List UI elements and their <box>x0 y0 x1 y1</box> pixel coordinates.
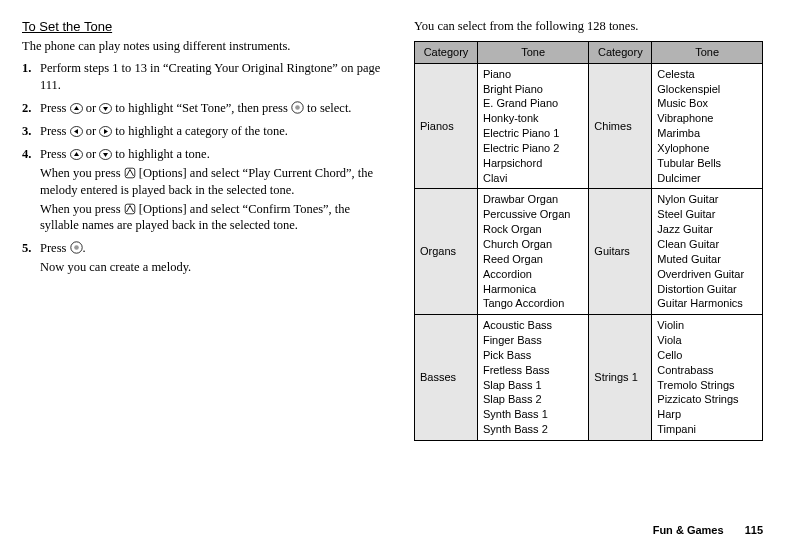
tone-list: Drawbar OrganPercussive OrganRock OrganC… <box>483 192 583 311</box>
table-row: Organs Drawbar OrganPercussive OrganRock… <box>415 189 763 315</box>
list-item: Harmonica <box>483 282 583 297</box>
list-item: Violin <box>657 318 757 333</box>
col-header-category: Category <box>415 41 478 63</box>
list-item: Vibraphone <box>657 111 757 126</box>
list-item: Marimba <box>657 126 757 141</box>
text-frag: When you press <box>40 202 124 216</box>
list-item: Muted Guitar <box>657 252 757 267</box>
list-item: Tango Accordion <box>483 296 583 311</box>
list-item: Drawbar Organ <box>483 192 583 207</box>
softkey-icon <box>124 203 136 215</box>
list-item: Celesta <box>657 67 757 82</box>
table-header-row: Category Tone Category Tone <box>415 41 763 63</box>
tone-cell: Nylon GuitarSteel GuitarJazz GuitarClean… <box>652 189 763 315</box>
step-2: 2. Press or to highlight “Set Tone”, the… <box>22 100 392 117</box>
footer-page: 115 <box>745 524 763 536</box>
list-item: Tubular Bells <box>657 156 757 171</box>
step-4: 4. Press or to highlight a tone. When yo… <box>22 146 392 234</box>
step-5: 5. Press . Now you can create a melody. <box>22 240 392 276</box>
step-number: 1. <box>22 60 40 94</box>
right-column: You can select from the following 128 to… <box>414 18 763 441</box>
tone-list: Nylon GuitarSteel GuitarJazz GuitarClean… <box>657 192 757 311</box>
list-item: Harp <box>657 407 757 422</box>
category-cell: Guitars <box>589 189 652 315</box>
list-item: Percussive Organ <box>483 207 583 222</box>
list-item: Slap Bass 1 <box>483 378 583 393</box>
list-item: Harpsichord <box>483 156 583 171</box>
step-number: 3. <box>22 123 40 140</box>
tone-cell: Acoustic BassFinger BassPick BassFretles… <box>477 315 588 441</box>
list-item: Steel Guitar <box>657 207 757 222</box>
list-item: Church Organ <box>483 237 583 252</box>
right-intro: You can select from the following 128 to… <box>414 18 763 35</box>
list-item: Bright Piano <box>483 82 583 97</box>
left-column: To Set the Tone The phone can play notes… <box>22 18 392 441</box>
tone-cell: Drawbar OrganPercussive OrganRock OrganC… <box>477 189 588 315</box>
list-item: Electric Piano 1 <box>483 126 583 141</box>
list-item: Music Box <box>657 96 757 111</box>
text-frag: to highlight a tone. <box>112 147 210 161</box>
list-item: Nylon Guitar <box>657 192 757 207</box>
list-item: Clavi <box>483 171 583 186</box>
tone-cell: CelestaGlockenspielMusic BoxVibraphoneMa… <box>652 63 763 189</box>
tone-cell: PianoBright PianoE. Grand PianoHonky-ton… <box>477 63 588 189</box>
list-item: Jazz Guitar <box>657 222 757 237</box>
step-number: 5. <box>22 240 40 276</box>
step-text: Perform steps 1 to 13 in “Creating Your … <box>40 60 392 94</box>
list-item: Acoustic Bass <box>483 318 583 333</box>
page-footer: Fun & Games 115 <box>653 523 763 538</box>
list-item: Fretless Bass <box>483 363 583 378</box>
list-item: Viola <box>657 333 757 348</box>
list-item: Tremolo Strings <box>657 378 757 393</box>
category-cell: Organs <box>415 189 478 315</box>
step-text: Press or to highlight “Set Tone”, then p… <box>40 100 392 117</box>
tone-list: ViolinViolaCelloContrabassTremolo String… <box>657 318 757 437</box>
svg-point-11 <box>74 245 79 250</box>
text-frag: Press <box>40 241 70 255</box>
list-item: Guitar Harmonics <box>657 296 757 311</box>
section-title: To Set the Tone <box>22 18 392 36</box>
step-text: Press . Now you can create a melody. <box>40 240 392 276</box>
category-cell: Basses <box>415 315 478 441</box>
list-item: Piano <box>483 67 583 82</box>
list-item: Accordion <box>483 267 583 282</box>
list-item: Xylophone <box>657 141 757 156</box>
list-item: Clean Guitar <box>657 237 757 252</box>
list-item: Finger Bass <box>483 333 583 348</box>
list-item: Contrabass <box>657 363 757 378</box>
list-item: Timpani <box>657 422 757 437</box>
text-frag: Press <box>40 147 70 161</box>
text-frag: When you press <box>40 166 124 180</box>
center-key-icon <box>291 101 304 114</box>
table-row: Pianos PianoBright PianoE. Grand PianoHo… <box>415 63 763 189</box>
down-key-icon <box>99 149 112 160</box>
left-key-icon <box>70 126 83 137</box>
category-cell: Chimes <box>589 63 652 189</box>
step-subtext: When you press [Options] and select “Con… <box>40 201 392 235</box>
intro-text: The phone can play notes using different… <box>22 38 392 55</box>
down-key-icon <box>99 103 112 114</box>
footer-section: Fun & Games <box>653 524 724 536</box>
text-frag: or <box>83 124 100 138</box>
list-item: Pick Bass <box>483 348 583 363</box>
step-subtext: When you press [Options] and select “Pla… <box>40 165 392 199</box>
list-item: Overdriven Guitar <box>657 267 757 282</box>
col-header-category: Category <box>589 41 652 63</box>
text-frag: Press <box>40 124 70 138</box>
table-row: Basses Acoustic BassFinger BassPick Bass… <box>415 315 763 441</box>
text-frag: or <box>83 101 100 115</box>
step-number: 4. <box>22 146 40 234</box>
up-key-icon <box>70 103 83 114</box>
softkey-icon <box>124 167 136 179</box>
list-item: Dulcimer <box>657 171 757 186</box>
step-3: 3. Press or to highlight a category of t… <box>22 123 392 140</box>
step-text: Press or to highlight a tone. When you p… <box>40 146 392 234</box>
list-item: Rock Organ <box>483 222 583 237</box>
step-text: Press or to highlight a category of the … <box>40 123 392 140</box>
text-frag: . <box>83 241 86 255</box>
step-number: 2. <box>22 100 40 117</box>
category-cell: Strings 1 <box>589 315 652 441</box>
list-item: Distortion Guitar <box>657 282 757 297</box>
step-subtext: Now you can create a melody. <box>40 259 392 276</box>
tone-table: Category Tone Category Tone Pianos Piano… <box>414 41 763 441</box>
